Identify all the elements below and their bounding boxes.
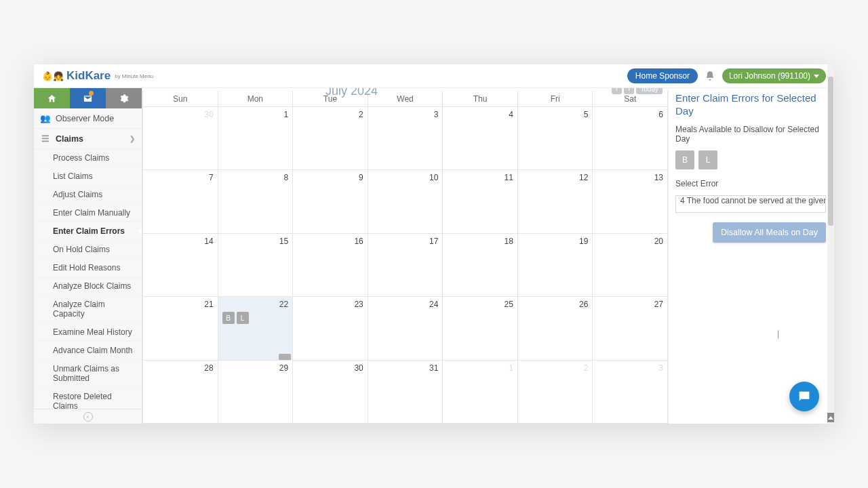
calendar-date: 15: [279, 237, 288, 246]
sidebar-item-observer-mode[interactable]: 👥 Observer Mode: [34, 108, 142, 129]
calendar-cell[interactable]: 1: [218, 107, 294, 169]
sidebar-item-list-claims[interactable]: List Claims: [34, 167, 142, 186]
sidebar-item-enter-claim-manually[interactable]: Enter Claim Manually: [34, 204, 142, 222]
sidebar-tab-settings[interactable]: [106, 88, 142, 108]
calendar-cell[interactable]: 30: [143, 107, 218, 169]
sidebar-item-unmark-claims-as-submitted[interactable]: Unmark Claims as Submitted: [34, 360, 142, 388]
calendar-day-header: Thu: [443, 91, 518, 106]
calendar-cell[interactable]: 15: [218, 234, 294, 296]
calendar-cell[interactable]: 18: [443, 234, 518, 296]
calendar-date: 3: [658, 363, 663, 373]
calendar-date: 2: [359, 110, 363, 119]
calendar-cell[interactable]: 29: [218, 361, 294, 423]
sidebar-item-analyze-block-claims[interactable]: Analyze Block Claims: [34, 277, 142, 296]
sidebar-item-advance-claim-month[interactable]: Advance Claim Month: [34, 342, 142, 360]
sidebar-collapse-button[interactable]: ‹: [83, 412, 93, 422]
calendar-cell[interactable]: 25: [443, 297, 518, 359]
sidebar-tab-home[interactable]: [34, 88, 70, 108]
scrollbar[interactable]: [827, 64, 834, 424]
calendar-cell[interactable]: 21: [143, 297, 218, 359]
calendar-date: 30: [204, 110, 213, 119]
calendar-date: 5: [584, 110, 589, 119]
sidebar-item-edit-hold-reasons[interactable]: Edit Hold Reasons: [34, 259, 142, 277]
user-menu-button[interactable]: Lori Johnson (991100): [722, 68, 826, 83]
calendar-cell[interactable]: 1: [443, 361, 518, 423]
select-error-dropdown[interactable]: 4 The food cannot be served at the given…: [675, 195, 826, 213]
calendar-date: 13: [654, 173, 663, 182]
calendar-cell[interactable]: 6: [593, 107, 668, 169]
sidebar-item-process-claims[interactable]: Process Claims: [34, 149, 142, 167]
calendar-date: 12: [579, 173, 588, 182]
calendar-cell[interactable]: 23: [293, 297, 368, 359]
calendar-cell[interactable]: 19: [518, 234, 593, 296]
sidebar-item-analyze-claim-capacity[interactable]: Analyze Claim Capacity: [34, 296, 142, 323]
logo[interactable]: 👶👧 KidKare by Minute Menu: [42, 69, 153, 83]
calendar-cell[interactable]: 11: [443, 170, 518, 232]
calendar-date: 7: [209, 173, 214, 182]
sidebar-tab-messages[interactable]: [70, 88, 106, 108]
calendar-cell[interactable]: 13: [593, 170, 668, 232]
calendar-cell[interactable]: 10: [368, 170, 443, 232]
calendar-cell[interactable]: 28: [143, 361, 218, 423]
calendar-prev-button[interactable]: ‹: [612, 88, 622, 94]
meals-available-label: Meals Available to Disallow for Selected…: [675, 125, 826, 144]
calendar-date: 18: [505, 237, 513, 246]
calendar-date: 19: [579, 237, 588, 246]
calendar-cell[interactable]: 31: [368, 361, 443, 423]
chevron-right-icon: ❯: [130, 135, 135, 142]
calendar-date: 9: [359, 173, 363, 182]
disallow-all-meals-button[interactable]: Disallow All Meals on Day: [713, 222, 826, 243]
sidebar-item-examine-meal-history[interactable]: Examine Meal History: [34, 323, 142, 342]
chat-icon: [797, 389, 812, 404]
chat-support-button[interactable]: [789, 382, 819, 411]
meal-tile-b[interactable]: B: [222, 312, 235, 324]
calendar-cell[interactable]: 5: [518, 107, 593, 169]
gear-icon: [119, 94, 129, 104]
disallow-meal-b[interactable]: B: [675, 150, 694, 169]
user-label: Lori Johnson (991100): [729, 71, 810, 81]
scroll-to-top-button[interactable]: [827, 413, 834, 422]
sidebar-item-on-hold-claims[interactable]: On Hold Claims: [34, 241, 142, 259]
calendar-cell[interactable]: 9: [293, 170, 368, 232]
calendar-date: 17: [429, 237, 438, 246]
sidebar-item-restore-deleted-claims[interactable]: Restore Deleted Claims: [34, 388, 142, 409]
calendar-date: 6: [658, 110, 663, 119]
disallow-meal-l[interactable]: L: [698, 150, 717, 169]
notifications-icon[interactable]: [705, 70, 715, 81]
calendar-date: 1: [283, 110, 288, 119]
calendar-cell[interactable]: 7: [143, 170, 218, 232]
calendar-cell[interactable]: 3: [593, 361, 668, 423]
scrollbar-thumb[interactable]: [828, 77, 833, 226]
calendar-cell[interactable]: 2: [293, 107, 368, 169]
panel-title: Enter Claim Errors for Selected Day: [675, 92, 826, 118]
calendar-cell[interactable]: 20: [593, 234, 668, 296]
sidebar-item-enter-claim-errors[interactable]: Enter Claim Errors: [34, 222, 142, 241]
calendar-cell[interactable]: 14: [143, 234, 218, 296]
calendar-date: 3: [434, 110, 439, 119]
calendar-next-button[interactable]: ›: [624, 88, 634, 94]
calendar-cell[interactable]: 16: [293, 234, 368, 296]
cell-indicator: [279, 354, 291, 360]
calendar-cell[interactable]: 3: [368, 107, 443, 169]
calendar-cell[interactable]: 12: [518, 170, 593, 232]
calendar-title: July 2024: [326, 88, 378, 98]
calendar-cell[interactable]: 17: [368, 234, 443, 296]
calendar-cell[interactable]: 26: [518, 297, 593, 359]
users-icon: 👥: [41, 113, 50, 123]
meal-tile-l[interactable]: L: [237, 312, 249, 324]
calendar-cell[interactable]: 4: [443, 107, 518, 169]
calendar-day-header: Mon: [218, 91, 294, 106]
calendar-cell[interactable]: 24: [368, 297, 443, 359]
calendar-date: 22: [279, 300, 288, 309]
calendar-cell[interactable]: 27: [593, 297, 668, 359]
sidebar-item-adjust-claims[interactable]: Adjust Claims: [34, 186, 142, 204]
logo-icon: 👶👧: [42, 71, 64, 81]
calendar-cell[interactable]: 22BL: [218, 297, 294, 359]
home-sponsor-button[interactable]: Home Sponsor: [627, 68, 698, 83]
sidebar-section-claims[interactable]: ☰ Claims ❯: [34, 129, 142, 149]
calendar-cell[interactable]: 30: [293, 361, 368, 423]
chevron-up-icon: [828, 416, 833, 420]
calendar-cell[interactable]: 2: [518, 361, 593, 423]
calendar-cell[interactable]: 8: [218, 170, 294, 232]
calendar-today-button[interactable]: Today: [636, 88, 663, 94]
